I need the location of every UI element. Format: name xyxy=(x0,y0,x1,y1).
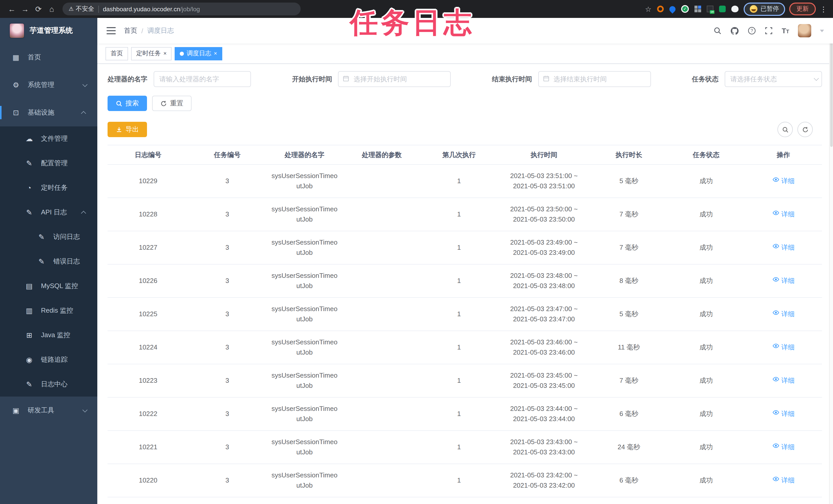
extension-green-check-icon[interactable]: ✓ xyxy=(681,5,689,13)
detail-link[interactable]: 详细 xyxy=(772,243,794,253)
eye-icon: ◉ xyxy=(25,356,34,364)
extension-octotree-icon[interactable] xyxy=(731,6,738,12)
table-row: 102223sysUserSessionTimeoutJob12021-05-0… xyxy=(108,398,822,431)
cell-log-id: 10225 xyxy=(108,298,189,331)
bookmark-star-icon[interactable]: ☆ xyxy=(645,5,651,13)
extension-green-icon[interactable] xyxy=(719,6,726,12)
help-icon[interactable]: ? xyxy=(748,27,756,35)
brand[interactable]: 芋道管理系统 xyxy=(0,18,97,44)
reset-button[interactable]: 重置 xyxy=(152,96,192,111)
detail-link[interactable]: 详细 xyxy=(772,442,794,452)
detail-link[interactable]: 详细 xyxy=(772,376,794,386)
begin-time-input[interactable] xyxy=(338,71,451,87)
eye-icon xyxy=(772,176,779,186)
job-status-select[interactable] xyxy=(725,71,822,87)
home-icon[interactable]: ⌂ xyxy=(45,5,58,13)
font-size-icon[interactable]: TT xyxy=(782,27,789,35)
cell-handler-param xyxy=(343,364,421,397)
close-icon[interactable]: × xyxy=(163,51,167,56)
cell-duration: 11 毫秒 xyxy=(590,331,668,364)
table-row: 102213sysUserSessionTimeoutJob12021-05-0… xyxy=(108,431,822,464)
search-button[interactable]: 搜索 xyxy=(108,96,147,111)
sidebar-item-dev-tools[interactable]: ▣研发工具 xyxy=(0,397,97,424)
column-header: 处理器的参数 xyxy=(343,145,421,164)
search-icon[interactable] xyxy=(714,27,722,35)
sidebar-item-access-log[interactable]: ✎访问日志 xyxy=(0,225,97,249)
filter-field-job-status: 任务状态 xyxy=(692,71,822,87)
chevron-down-icon[interactable] xyxy=(820,29,824,32)
tab-home[interactable]: 首页 xyxy=(105,47,128,60)
sidebar-item-home[interactable]: ▦首页 xyxy=(0,44,97,71)
extension-grid-icon[interactable] xyxy=(694,6,701,12)
profile-paused-pill[interactable]: 已暂停 xyxy=(744,2,785,16)
breadcrumb: 首页 / 调度日志 xyxy=(124,26,174,35)
sidebar-item-java-monitor[interactable]: ⊞Java 监控 xyxy=(0,323,97,347)
handler-name-field[interactable] xyxy=(158,75,246,83)
eye-icon xyxy=(772,442,779,452)
tab-job[interactable]: 定时任务× xyxy=(131,47,172,60)
toggle-search-button[interactable] xyxy=(778,122,793,137)
extension-switch-on-icon[interactable]: on xyxy=(707,6,713,12)
end-time-input[interactable] xyxy=(538,71,651,87)
filter-label: 处理器的名字 xyxy=(108,74,147,84)
sidebar-item-log-center[interactable]: ✎日志中心 xyxy=(0,372,97,397)
cell-handler-param xyxy=(343,198,421,231)
profile-status-label: 已暂停 xyxy=(761,5,779,13)
sidebar-item-file-mgmt[interactable]: ☁文件管理 xyxy=(0,126,97,151)
sidebar-item-infrastructure[interactable]: ⊡基础设施 xyxy=(0,99,97,126)
sidebar-item-redis-monitor[interactable]: ▥Redis 监控 xyxy=(0,298,97,323)
brand-title: 芋道管理系统 xyxy=(30,26,73,35)
detail-link[interactable]: 详细 xyxy=(772,176,794,186)
sidebar-item-label: 文件管理 xyxy=(41,134,68,143)
back-icon[interactable]: ← xyxy=(5,5,19,13)
browser-menu-icon[interactable]: ⋮ xyxy=(819,5,828,13)
cell-status: 成功 xyxy=(668,264,745,297)
browser-update-button[interactable]: 更新 xyxy=(789,3,816,15)
refresh-button[interactable] xyxy=(798,122,813,137)
job-status-field[interactable] xyxy=(729,75,811,83)
reload-icon[interactable]: ⟳ xyxy=(32,4,45,14)
cell-actions: 详细 xyxy=(745,298,822,331)
breadcrumb-home[interactable]: 首页 xyxy=(124,26,137,35)
export-button[interactable]: 导出 xyxy=(108,122,147,137)
detail-link[interactable]: 详细 xyxy=(772,276,794,286)
detail-link[interactable]: 详细 xyxy=(772,409,794,419)
sidebar-item-label: Java 监控 xyxy=(41,331,70,340)
column-header: 执行时长 xyxy=(590,145,668,164)
sidebar-menu: ▦首页⚙系统管理⊡基础设施☁文件管理✎配置管理◔定时任务✎API 日志✎访问日志… xyxy=(0,44,97,424)
detail-link[interactable]: 详细 xyxy=(772,309,794,319)
sidebar-item-system-mgmt[interactable]: ⚙系统管理 xyxy=(0,71,97,99)
extension-blue-drop-icon[interactable] xyxy=(668,5,677,13)
avatar[interactable] xyxy=(798,24,811,37)
cell-handler-name: sysUserSessionTimeoutJob xyxy=(266,464,343,497)
eye-icon xyxy=(772,409,779,419)
begin-time-field[interactable] xyxy=(353,75,446,83)
detail-link[interactable]: 详细 xyxy=(772,475,794,485)
forward-icon[interactable]: → xyxy=(19,5,32,13)
end-time-field[interactable] xyxy=(552,75,646,83)
detail-link[interactable]: 详细 xyxy=(772,209,794,220)
cell-actions: 详细 xyxy=(745,198,822,231)
cell-log-id: 10226 xyxy=(108,264,189,297)
detail-link[interactable]: 详细 xyxy=(772,342,794,353)
url-bar[interactable]: ⚠ 不安全 dashboard.yudao.iocoder.cn/job/log xyxy=(63,3,301,15)
sidebar-item-mysql-monitor[interactable]: ▤MySQL 监控 xyxy=(0,274,97,298)
sidebar-item-error-log[interactable]: ✎错误日志 xyxy=(0,249,97,274)
fullscreen-icon[interactable] xyxy=(765,27,773,35)
handler-name-input[interactable] xyxy=(153,71,251,87)
tab-job-log[interactable]: 调度日志× xyxy=(175,47,222,60)
sidebar-item-scheduled-jobs[interactable]: ◔定时任务 xyxy=(0,176,97,200)
page-content: 处理器的名字开始执行时间结束执行时间任务状态 搜索 重置 导出 xyxy=(97,64,833,504)
hamburger-icon[interactable] xyxy=(106,27,116,34)
table-toolbar: 导出 xyxy=(108,122,822,137)
extension-orange-ring-icon[interactable] xyxy=(657,6,664,12)
sidebar-item-api-log[interactable]: ✎API 日志 xyxy=(0,200,97,225)
close-icon[interactable]: × xyxy=(214,51,217,56)
sidebar-item-label: 链路追踪 xyxy=(41,355,68,364)
sidebar-item-config-mgmt[interactable]: ✎配置管理 xyxy=(0,151,97,176)
page-scrollbar[interactable] xyxy=(829,18,833,504)
table-header: 日志编号任务编号处理器的名字处理器的参数第几次执行执行时间执行时长任务状态操作 xyxy=(108,145,822,165)
github-icon[interactable] xyxy=(731,26,739,35)
sidebar-item-trace[interactable]: ◉链路追踪 xyxy=(0,347,97,372)
cell-handler-param xyxy=(343,231,421,264)
